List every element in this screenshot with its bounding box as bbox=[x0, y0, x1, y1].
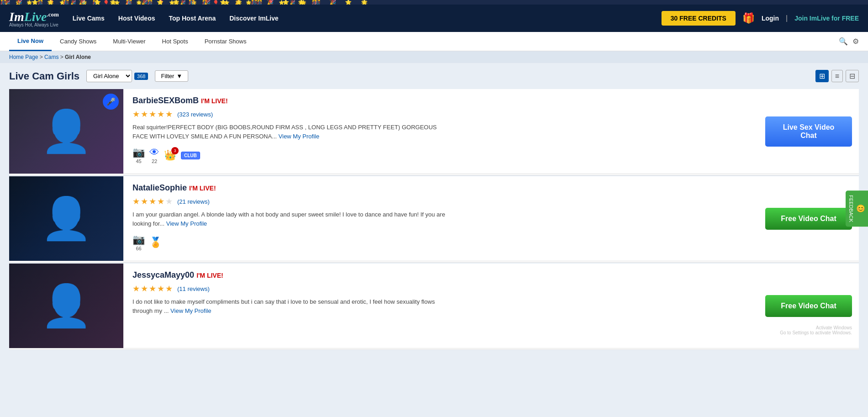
header: ImLive.com Always Hot, Always Live Live … bbox=[0, 5, 868, 32]
live-status-badge: I'M LIVE! bbox=[201, 97, 228, 105]
model-name[interactable]: NatalieSophie bbox=[132, 183, 187, 193]
nav-host-videos[interactable]: Host Videos bbox=[118, 15, 155, 22]
tab-candy-shows[interactable]: Candy Shows bbox=[52, 32, 105, 51]
rating-row: ★ ★ ★ ★ ★ (323 reviews) bbox=[132, 109, 749, 119]
club-badge: CLUB bbox=[181, 152, 200, 159]
model-action: Free Video Chat Activate Windows Go to S… bbox=[758, 264, 859, 348]
category-filter: Girl Alone 368 bbox=[86, 70, 148, 82]
breadcrumb-current: Girl Alone bbox=[65, 54, 91, 60]
header-right: 30 FREE CREDITS 🎁 Login | Join ImLive fo… bbox=[662, 11, 859, 26]
search-icon[interactable]: 🔍 bbox=[839, 37, 848, 46]
model-thumbnail[interactable]: 👤 bbox=[9, 176, 123, 261]
model-action: Live Sex Video Chat bbox=[758, 89, 859, 174]
camera-icon: 📷 bbox=[132, 234, 145, 246]
model-info: BarbieSEXBomB I'M LIVE! ★ ★ ★ ★ ★ (323 r… bbox=[123, 89, 758, 174]
rating-row: ★ ★ ★ ★ ★ (11 reviews) bbox=[132, 284, 749, 294]
sub-nav: Live Now Candy Shows Multi-Viewer Hot Sp… bbox=[0, 32, 868, 51]
tab-multi-viewer[interactable]: Multi-Viewer bbox=[105, 32, 153, 51]
view-toggle: ⊞ ≡ ⊟ bbox=[815, 70, 859, 82]
crown-badge: 👑 3 bbox=[164, 149, 176, 161]
model-name-row: NatalieSophie I'M LIVE! bbox=[132, 183, 749, 193]
crown-number: 3 bbox=[171, 147, 179, 154]
view-list-button[interactable]: ≡ bbox=[831, 70, 843, 82]
model-name[interactable]: JessycaMayy00 bbox=[132, 270, 194, 280]
reviews-link[interactable]: (323 reviews) bbox=[177, 111, 213, 118]
table-row: 👤 NatalieSophie I'M LIVE! ★ ★ ★ ★ ★ bbox=[9, 176, 859, 263]
breadcrumb-cams[interactable]: Cams bbox=[44, 54, 58, 60]
viewers-icon: 👁 bbox=[149, 147, 159, 158]
model-description: I am your guardian angel. A blonde lady … bbox=[132, 210, 452, 228]
live-status-badge: I'M LIVE! bbox=[196, 272, 223, 279]
model-thumbnail[interactable]: 👤 🎤 bbox=[9, 89, 123, 174]
filter-label: Filter bbox=[161, 73, 174, 79]
model-card-jessyca: 👤 JessycaMayy00 I'M LIVE! ★ ★ ★ ★ ★ bbox=[9, 264, 859, 348]
view-large-grid-button[interactable]: ⊞ bbox=[815, 70, 829, 82]
camera-badge: 📷 45 bbox=[132, 147, 145, 164]
feedback-tab[interactable]: 😊 FEEDBACK bbox=[846, 190, 868, 227]
tab-live-now[interactable]: Live Now bbox=[9, 32, 52, 51]
live-sex-video-chat-button[interactable]: Live Sex Video Chat bbox=[765, 116, 852, 147]
logo-tagline: Always Hot, Always Live bbox=[9, 22, 59, 27]
mic-icon: 🎤 bbox=[103, 94, 119, 110]
breadcrumb-home[interactable]: Home Page bbox=[9, 54, 38, 60]
feedback-label: FEEDBACK bbox=[848, 195, 854, 222]
sub-nav-items: Live Now Candy Shows Multi-Viewer Hot Sp… bbox=[9, 32, 839, 51]
camera-badge: 📷 66 bbox=[132, 234, 145, 251]
model-badges: 📷 66 🏅 bbox=[132, 234, 749, 251]
free-video-chat-button-2[interactable]: Free Video Chat bbox=[765, 295, 852, 317]
feedback-emoji: 😊 bbox=[856, 204, 865, 213]
camera-count: 66 bbox=[136, 246, 141, 251]
reviews-link[interactable]: (21 reviews) bbox=[177, 198, 210, 205]
award-icon: 🏅 bbox=[149, 237, 162, 248]
filter-chevron-icon: ▼ bbox=[176, 73, 182, 79]
page-title-row: Live Cam Girls Girl Alone 368 Filter ▼ ⊞… bbox=[9, 70, 859, 82]
view-profile-link[interactable]: View My Profile bbox=[166, 220, 207, 227]
nav-discover-imlive[interactable]: Discover ImLive bbox=[229, 15, 278, 22]
sub-nav-right: 🔍 ⚙ bbox=[839, 37, 859, 46]
model-name[interactable]: BarbieSEXBomB bbox=[132, 96, 199, 106]
filter-button[interactable]: Filter ▼ bbox=[155, 70, 188, 82]
watermark-subtext: Go to Settings to activate Windows. bbox=[780, 330, 852, 335]
breadcrumb: Home Page > Cams > Girl Alone bbox=[0, 51, 868, 63]
watermark-text: Activate Windows bbox=[780, 325, 852, 330]
free-video-chat-button[interactable]: Free Video Chat bbox=[765, 208, 852, 230]
viewers-badge: 👁 22 bbox=[149, 147, 159, 164]
tab-pornstar-shows[interactable]: Pornstar Shows bbox=[196, 32, 255, 51]
login-link[interactable]: Login bbox=[762, 15, 779, 22]
view-small-grid-button[interactable]: ⊟ bbox=[846, 70, 859, 82]
reviews-link[interactable]: (11 reviews) bbox=[177, 285, 210, 292]
live-status-badge: I'M LIVE! bbox=[189, 185, 216, 192]
model-info: JessycaMayy00 I'M LIVE! ★ ★ ★ ★ ★ (11 re… bbox=[123, 264, 758, 348]
star-rating: ★ ★ ★ ★ ★ bbox=[132, 196, 173, 206]
view-profile-link[interactable]: View My Profile bbox=[279, 133, 319, 140]
table-row: 👤 JessycaMayy00 I'M LIVE! ★ ★ ★ ★ ★ bbox=[9, 264, 859, 350]
gift-icon: 🎁 bbox=[742, 12, 755, 24]
model-list: 👤 🎤 BarbieSEXBomB I'M LIVE! ★ ★ ★ ★ bbox=[9, 89, 859, 351]
logo: ImLive.com Always Hot, Always Live bbox=[9, 10, 59, 27]
model-thumbnail[interactable]: 👤 bbox=[9, 264, 123, 348]
camera-icon: 📷 bbox=[132, 147, 145, 158]
nav-top-host-arena[interactable]: Top Host Arena bbox=[169, 15, 216, 22]
credits-button[interactable]: 30 FREE CREDITS bbox=[662, 11, 736, 26]
viewers-badge: 🏅 bbox=[149, 237, 162, 248]
nav-live-cams[interactable]: Live Cams bbox=[73, 15, 105, 22]
tab-hot-spots[interactable]: Hot Spots bbox=[154, 32, 196, 51]
model-description: I do not like to make myself compliments… bbox=[132, 297, 452, 315]
model-info: NatalieSophie I'M LIVE! ★ ★ ★ ★ ★ (21 re… bbox=[123, 176, 758, 261]
view-profile-link[interactable]: View My Profile bbox=[170, 307, 211, 314]
model-name-row: JessycaMayy00 I'M LIVE! bbox=[132, 270, 749, 280]
model-action: Free Video Chat bbox=[758, 176, 859, 261]
confetti-bar: 🎉⭐🌟🎊🎈⭐🎉🌟🎊🎈⭐🎉🌟🎊🎈⭐🎉🌟🎊🎈⭐🎉🌟🎊🎈⭐🎉🌟🎊 bbox=[0, 0, 868, 5]
category-select[interactable]: Girl Alone bbox=[86, 70, 132, 82]
model-badges: 📷 45 👁 22 👑 3 CLUB bbox=[132, 147, 749, 164]
join-link[interactable]: Join ImLive for FREE bbox=[794, 15, 859, 22]
main-nav: Live Cams Host Videos Top Host Arena Dis… bbox=[73, 15, 662, 22]
filter-settings-icon[interactable]: ⚙ bbox=[852, 37, 859, 46]
count-badge: 368 bbox=[134, 73, 148, 80]
model-card-barbie: 👤 🎤 BarbieSEXBomB I'M LIVE! ★ ★ ★ ★ bbox=[9, 89, 859, 174]
club-label: CLUB bbox=[181, 152, 200, 159]
table-row: 👤 🎤 BarbieSEXBomB I'M LIVE! ★ ★ ★ ★ bbox=[9, 89, 859, 175]
page-title: Live Cam Girls bbox=[9, 70, 79, 82]
rating-row: ★ ★ ★ ★ ★ (21 reviews) bbox=[132, 196, 749, 206]
camera-count: 45 bbox=[136, 158, 141, 164]
